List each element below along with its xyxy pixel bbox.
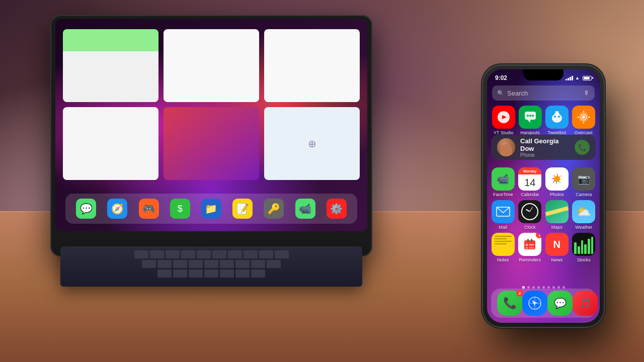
- signal-bar-3: [570, 77, 571, 80]
- maps-label: Maps: [551, 225, 562, 230]
- svg-point-5: [532, 115, 534, 117]
- photos-bg: [545, 167, 569, 191]
- key-i: [244, 250, 258, 258]
- iphone-status-bar: 9:02 ▲: [487, 69, 600, 83]
- app-mail[interactable]: Mail: [491, 200, 515, 230]
- app-calendar[interactable]: Monday 14 Calendar: [518, 167, 542, 197]
- ipad-card-4[interactable]: [63, 107, 158, 180]
- key-c: [189, 269, 203, 278]
- hangouts-icon: [519, 106, 542, 129]
- key-g: [204, 260, 218, 268]
- app-notes[interactable]: Notes: [491, 233, 515, 262]
- key-w: [150, 250, 164, 258]
- camera-bg: 📷: [572, 167, 595, 191]
- yt-studio-bg: [492, 106, 515, 129]
- dock-safari[interactable]: [522, 291, 547, 316]
- mail-icon: [492, 200, 515, 223]
- ipad-dock-facetime[interactable]: 📹: [295, 199, 315, 219]
- app-facetime[interactable]: 📹 FaceTime: [491, 167, 515, 197]
- yt-studio-icon: [492, 106, 515, 129]
- svg-rect-12: [558, 112, 560, 113]
- stock-bar-5: [588, 239, 590, 254]
- ipad-dock-files[interactable]: 📁: [201, 199, 221, 219]
- note-line-3: [495, 241, 512, 242]
- iphone-dock: 📞 2: [491, 289, 596, 318]
- signal-bar-2: [568, 78, 569, 80]
- dock-music[interactable]: 🎵: [573, 291, 598, 316]
- messages-icon-dock: 💬: [547, 291, 573, 316]
- ipad-dock-notes[interactable]: 📝: [232, 199, 253, 219]
- app-stocks[interactable]: Stocks: [572, 233, 596, 262]
- app-hangouts[interactable]: Hangouts: [518, 106, 542, 135]
- app-clock[interactable]: Clock: [518, 200, 542, 230]
- news-label: News: [551, 257, 562, 262]
- key-b: [220, 269, 234, 278]
- dock-messages[interactable]: 💬: [547, 291, 573, 316]
- ipad-dock-messages[interactable]: 💬: [76, 199, 96, 219]
- camera-icon: 📷: [572, 167, 595, 191]
- app-weather[interactable]: ⛅ Weather: [572, 200, 596, 230]
- status-time: 9:02: [495, 74, 507, 81]
- reminders-label: Reminders: [519, 257, 541, 262]
- ipad-device: ⊕ 💬 🧭 🎮 $ 📁 📝 🔑 📹 ⚙️: [30, 10, 392, 282]
- stocks-label: Stocks: [577, 257, 591, 262]
- ipad-dock-safari[interactable]: 🧭: [107, 199, 127, 219]
- key-m: [251, 269, 265, 278]
- svg-marker-2: [527, 120, 530, 123]
- stocks-icon: [572, 233, 595, 256]
- key-n: [235, 269, 250, 278]
- app-tweetbot[interactable]: Tweetbot: [544, 106, 569, 135]
- news-bg: N: [545, 233, 569, 256]
- app-camera[interactable]: 📷 Camera: [572, 167, 596, 197]
- ipad-dock-gear[interactable]: ⚙️: [327, 199, 347, 219]
- ipad-card-5[interactable]: [164, 107, 259, 180]
- signal-bars: [566, 75, 573, 80]
- mic-icon: 🎙: [584, 89, 590, 97]
- wifi-icon: ▲: [575, 75, 580, 80]
- call-phone-button[interactable]: 📞: [575, 140, 590, 155]
- ipad-card-2[interactable]: [164, 29, 259, 102]
- iphone-search-bar[interactable]: 🔍 Search 🎙: [492, 85, 595, 101]
- ipad-card-3[interactable]: [264, 29, 360, 102]
- phone-icon: 📞: [578, 143, 587, 151]
- facetime-icon: 📹: [492, 167, 515, 191]
- call-suggestion[interactable]: Call Georgia Dow Phone 📞: [491, 135, 596, 160]
- key-u: [228, 250, 242, 258]
- safari-icon-dock: [522, 291, 547, 316]
- svg-rect-27: [527, 239, 529, 242]
- search-icon: 🔍: [497, 90, 504, 97]
- hangouts-svg: [523, 111, 537, 124]
- maps-icon: [545, 200, 569, 223]
- ipad-dock: 💬 🧭 🎮 $ 📁 📝 🔑 📹 ⚙️: [65, 194, 357, 224]
- ipad-dock-finance[interactable]: $: [170, 199, 190, 219]
- ipad-dock-1password[interactable]: 🔑: [264, 199, 284, 219]
- calendar-bg: Monday 14: [518, 167, 541, 191]
- app-overcast[interactable]: Overcast: [571, 106, 596, 135]
- key-k: [251, 260, 265, 268]
- ipad-card-1[interactable]: [63, 29, 158, 102]
- ipad-dock-store[interactable]: 🎮: [139, 199, 159, 219]
- app-reminders[interactable]: 1 Reminders: [518, 233, 542, 262]
- safari-svg: [528, 296, 542, 310]
- dock-phone[interactable]: 📞 2: [497, 291, 522, 316]
- note-line-1: [495, 236, 512, 237]
- dock-music-wrapper: 🎵: [573, 291, 598, 316]
- weather-label: Weather: [575, 225, 592, 230]
- facetime-bg: 📹: [492, 167, 515, 191]
- svg-rect-28: [531, 239, 532, 242]
- svg-point-4: [529, 115, 531, 117]
- ipad-card-6[interactable]: ⊕: [264, 107, 360, 180]
- tweetbot-svg: [550, 110, 564, 124]
- app-maps[interactable]: Maps: [545, 200, 569, 230]
- ipad-keyboard: [60, 246, 362, 287]
- app-news[interactable]: N News: [545, 233, 569, 262]
- camera-label: Camera: [576, 192, 592, 197]
- iphone-top-apps: YT Studio: [491, 106, 596, 135]
- key-t: [197, 250, 211, 258]
- notes-label: Notes: [497, 257, 509, 262]
- calendar-day: Monday: [518, 167, 541, 174]
- iphone-body: 9:02 ▲: [483, 65, 604, 327]
- app-yt-studio[interactable]: YT Studio: [491, 106, 516, 135]
- call-name: Call Georgia Dow: [520, 137, 570, 152]
- app-photos[interactable]: Photos: [545, 167, 569, 197]
